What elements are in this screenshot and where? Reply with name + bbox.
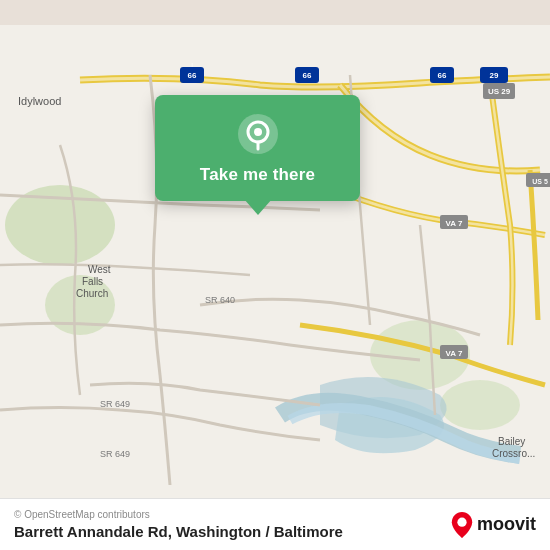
take-me-there-popup[interactable]: Take me there — [155, 95, 360, 201]
svg-text:Church: Church — [76, 288, 108, 299]
svg-text:Crossro...: Crossro... — [492, 448, 535, 459]
bottom-left-info: © OpenStreetMap contributors Barrett Ann… — [14, 509, 343, 540]
svg-text:Idylwood: Idylwood — [18, 95, 61, 107]
svg-text:West: West — [88, 264, 111, 275]
location-pin-icon — [237, 113, 279, 155]
svg-text:US 29: US 29 — [488, 87, 511, 96]
svg-text:SR 640: SR 640 — [205, 295, 235, 305]
svg-text:66: 66 — [188, 71, 197, 80]
svg-text:VA 7: VA 7 — [446, 219, 463, 228]
svg-text:66: 66 — [303, 71, 312, 80]
moovit-logo: moovit — [451, 512, 536, 538]
svg-text:Bailey: Bailey — [498, 436, 525, 447]
location-title: Barrett Annandale Rd, Washington / Balti… — [14, 523, 343, 540]
bottom-bar: © OpenStreetMap contributors Barrett Ann… — [0, 498, 550, 550]
svg-point-35 — [254, 128, 262, 136]
moovit-pin-icon — [451, 512, 473, 538]
map-container: 66 I 66 66 29 VA 7 VA 7 VA 7 US 29 US 5 … — [0, 0, 550, 550]
svg-text:29: 29 — [490, 71, 499, 80]
osm-credit: © OpenStreetMap contributors — [14, 509, 343, 520]
map-svg: 66 I 66 66 29 VA 7 VA 7 VA 7 US 29 US 5 … — [0, 0, 550, 550]
svg-text:66: 66 — [438, 71, 447, 80]
svg-text:SR 649: SR 649 — [100, 399, 130, 409]
svg-text:SR 649: SR 649 — [100, 449, 130, 459]
take-me-there-button[interactable]: Take me there — [200, 165, 315, 185]
svg-point-36 — [457, 517, 466, 526]
svg-text:Falls: Falls — [82, 276, 103, 287]
moovit-text: moovit — [477, 514, 536, 535]
svg-point-4 — [440, 380, 520, 430]
svg-text:VA 7: VA 7 — [446, 349, 463, 358]
svg-text:US 5: US 5 — [532, 178, 548, 185]
